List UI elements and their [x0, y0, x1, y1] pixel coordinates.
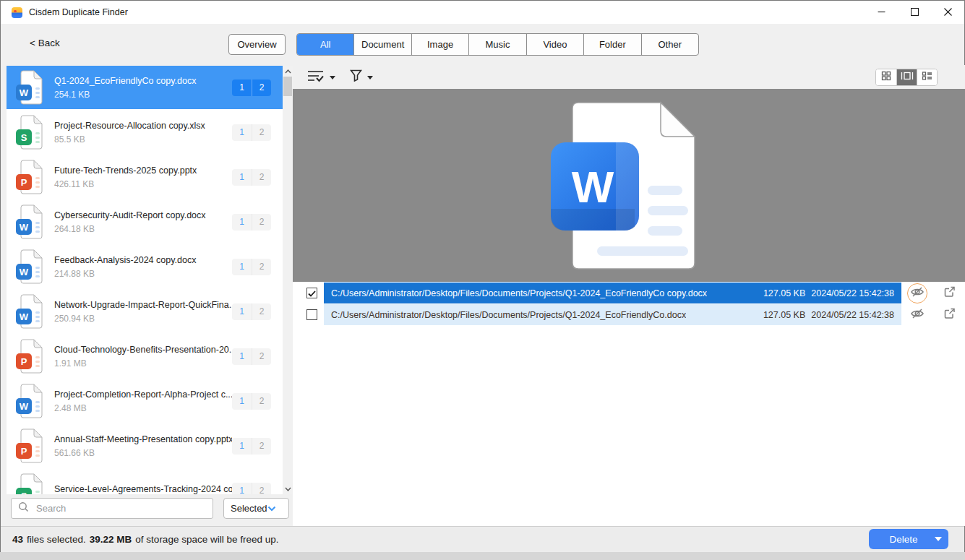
- badge-2[interactable]: 2: [252, 303, 271, 320]
- badge-1[interactable]: 1: [232, 259, 252, 275]
- scroll-down-arrow-icon[interactable]: [283, 483, 293, 494]
- maximize-button[interactable]: [898, 1, 931, 24]
- badge-2[interactable]: 2: [252, 214, 271, 231]
- file-name: Feedback-Analysis-2024 copy.docx: [54, 255, 232, 265]
- list-item[interactable]: W Cybersecurity-Audit-Report copy.docx 2…: [7, 200, 283, 244]
- table-row[interactable]: C:/Users/Administrator/Desktop/Files/Doc…: [293, 304, 965, 325]
- list-item[interactable]: S Service-Level-Agreements-Tracking-2024…: [7, 469, 283, 494]
- list-item[interactable]: W Network-Upgrade-Impact-Report-QuickFin…: [7, 290, 283, 333]
- sort-button[interactable]: [307, 69, 335, 85]
- badge-1[interactable]: 1: [232, 438, 252, 455]
- preview-toggle-button[interactable]: [901, 283, 933, 303]
- list-view-icon: [922, 71, 932, 84]
- grid-view-button[interactable]: [876, 69, 896, 85]
- tab-other[interactable]: Other: [642, 34, 698, 55]
- open-file-button[interactable]: [933, 307, 965, 322]
- badge-1[interactable]: 1: [232, 214, 252, 231]
- list-item[interactable]: W Project-Completion-Report-Alpha-Projec…: [7, 379, 283, 423]
- spreadsheet-file-icon: S: [15, 115, 44, 150]
- badge-2[interactable]: 2: [252, 438, 271, 455]
- app-logo-icon: [12, 7, 22, 18]
- back-button[interactable]: < Back: [30, 38, 60, 48]
- file-row-bar[interactable]: C:/Users/Administrator/Desktop/Files/Doc…: [324, 283, 901, 303]
- svg-text:P: P: [21, 356, 27, 367]
- badge-2[interactable]: 2: [252, 393, 271, 410]
- file-name: Cybersecurity-Audit-Report copy.docx: [54, 210, 232, 220]
- presentation-file-icon: P: [15, 160, 44, 194]
- badge-1[interactable]: 1: [232, 348, 252, 365]
- delete-button[interactable]: Delete: [869, 529, 948, 549]
- list-item[interactable]: S Project-Resource-Allocation copy.xlsx …: [7, 111, 283, 154]
- badge-1[interactable]: 1: [232, 79, 252, 96]
- tab-folder[interactable]: Folder: [584, 34, 641, 55]
- badge-2[interactable]: 2: [252, 124, 271, 141]
- file-path: C:/Users/Administrator/Desktop/Files/Doc…: [331, 288, 707, 298]
- file-name: Project-Completion-Report-Alpha-Project …: [54, 389, 232, 400]
- badge-1[interactable]: 1: [232, 303, 252, 320]
- word-file-icon: W: [15, 70, 44, 105]
- word-document-preview-icon: W: [545, 99, 713, 272]
- external-link-icon: [943, 285, 956, 301]
- file-row-bar[interactable]: C:/Users/Administrator/Desktop/Files/Doc…: [324, 304, 901, 325]
- badge-2[interactable]: 2: [252, 259, 271, 275]
- badge-2[interactable]: 2: [252, 169, 271, 186]
- svg-text:W: W: [20, 267, 29, 277]
- preview-toggle-button[interactable]: [901, 308, 933, 322]
- list-item[interactable]: P Annual-Staff-Meeting-Presentation copy…: [7, 424, 283, 468]
- file-date: 2024/05/22 15:42:38: [811, 310, 894, 320]
- filter-button[interactable]: [350, 69, 373, 85]
- close-button[interactable]: [931, 1, 964, 24]
- filter-caret-icon: [367, 76, 373, 79]
- tab-document[interactable]: Document: [354, 34, 411, 55]
- checkbox-unchecked[interactable]: [306, 309, 317, 320]
- file-name: Network-Upgrade-Impact-Report-QuickFina.…: [54, 300, 232, 310]
- tab-video[interactable]: Video: [527, 34, 584, 55]
- overview-button[interactable]: Overview: [228, 34, 286, 55]
- list-item[interactable]: W Feedback-Analysis-2024 copy.docx 214.8…: [7, 245, 283, 288]
- file-size: 1.91 MB: [54, 358, 232, 369]
- delete-dropdown-button[interactable]: [928, 537, 948, 541]
- sidebar-scrollbar[interactable]: [283, 66, 293, 494]
- tab-all[interactable]: All: [297, 34, 354, 55]
- scrollbar-thumb[interactable]: [283, 77, 292, 96]
- list-item[interactable]: P Cloud-Technology-Benefits-Presentation…: [7, 335, 283, 378]
- external-link-icon: [943, 307, 956, 322]
- file-size: 127.05 KB: [763, 288, 805, 298]
- tab-image[interactable]: Image: [412, 34, 469, 55]
- carousel-view-button[interactable]: [896, 69, 917, 85]
- open-file-button[interactable]: [933, 285, 965, 301]
- search-box: [11, 498, 213, 519]
- list-view-button[interactable]: [917, 69, 937, 85]
- list-item[interactable]: W Q1-2024_EcoFriendlyCo copy.docx 254.1 …: [7, 66, 283, 109]
- svg-text:S: S: [21, 132, 27, 143]
- freed-space-size: 39.22 MB: [90, 534, 132, 545]
- badge-1[interactable]: 1: [232, 483, 252, 495]
- badge-1[interactable]: 1: [232, 124, 252, 141]
- selection-filter-dropdown[interactable]: Selected: [223, 498, 289, 519]
- detail-toolbar: [293, 65, 965, 89]
- badge-2[interactable]: 2: [252, 348, 271, 365]
- duplicate-count-badges: 1 2: [232, 214, 271, 231]
- minimize-button[interactable]: [865, 1, 898, 24]
- duplicate-count-badges: 1 2: [232, 393, 271, 410]
- badge-2[interactable]: 2: [252, 79, 271, 96]
- eye-off-icon: [910, 286, 925, 301]
- delete-button-label: Delete: [869, 534, 928, 545]
- badge-1[interactable]: 1: [232, 169, 252, 186]
- table-row[interactable]: C:/Users/Administrator/Desktop/Files/Doc…: [293, 283, 965, 303]
- list-item[interactable]: P Future-Tech-Trends-2025 copy.pptx 426.…: [7, 155, 283, 199]
- title-bar: Cisdem Duplicate Finder: [1, 1, 964, 24]
- grid-view-icon: [881, 71, 891, 84]
- checkbox-checked[interactable]: [306, 288, 317, 298]
- svg-text:W: W: [20, 87, 29, 98]
- badge-1[interactable]: 1: [232, 393, 252, 410]
- minimize-icon: [878, 6, 885, 19]
- duplicate-detail-panel: W C:/Users/Administrator/Desktop/Files/D…: [293, 65, 965, 526]
- tab-music[interactable]: Music: [469, 34, 526, 55]
- file-size: 254.1 KB: [54, 90, 232, 100]
- scroll-up-arrow-icon[interactable]: [283, 66, 293, 77]
- top-toolbar: < Back Overview All Document Image Music…: [1, 24, 964, 65]
- search-input[interactable]: [35, 502, 201, 514]
- file-name: Cloud-Technology-Benefits-Presentation-2…: [54, 345, 232, 355]
- badge-2[interactable]: 2: [252, 483, 271, 495]
